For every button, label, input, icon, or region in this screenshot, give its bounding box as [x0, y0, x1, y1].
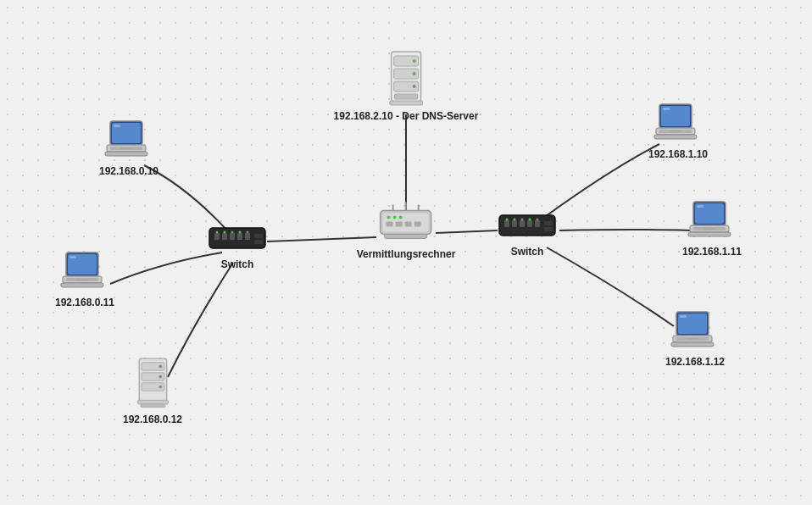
svg-rect-92 — [687, 338, 698, 340]
svg-rect-93 — [671, 342, 714, 347]
pc-0-12-label: 192.168.0.12 — [123, 413, 182, 425]
pc-0-11-label: 192.168.0.11 — [55, 297, 114, 308]
svg-rect-73 — [141, 404, 165, 408]
svg-rect-29 — [237, 233, 242, 240]
svg-rect-16 — [405, 222, 412, 227]
svg-point-33 — [231, 231, 234, 234]
svg-rect-30 — [245, 233, 250, 240]
svg-point-7 — [413, 59, 416, 63]
svg-rect-26 — [214, 233, 220, 240]
switch-right-icon — [498, 208, 557, 242]
svg-rect-37 — [254, 240, 263, 244]
pc-0-11-node: 192.168.0.11 — [55, 251, 114, 308]
svg-rect-43 — [535, 220, 540, 227]
router-node: Vermittlungsrechner — [357, 198, 456, 260]
router-label: Vermittlungsrechner — [357, 248, 456, 260]
svg-point-44 — [506, 219, 509, 221]
pc-0-11-icon — [59, 251, 110, 293]
svg-point-19 — [393, 216, 397, 219]
svg-point-46 — [521, 219, 524, 221]
svg-point-18 — [387, 216, 391, 219]
pc-1-10-icon — [653, 103, 704, 145]
svg-rect-56 — [105, 152, 147, 156]
switch-left-label: Switch — [221, 258, 254, 270]
svg-point-20 — [399, 216, 403, 219]
svg-rect-63 — [61, 283, 103, 287]
pc-0-12-icon — [129, 355, 175, 410]
switch-right-node: Switch — [498, 208, 557, 258]
svg-rect-10 — [395, 94, 418, 99]
switch-left-icon — [208, 221, 267, 255]
svg-rect-15 — [396, 222, 403, 227]
svg-rect-49 — [544, 221, 553, 225]
svg-point-71 — [159, 386, 162, 389]
svg-rect-57 — [114, 125, 120, 127]
dns-server-icon — [383, 47, 430, 107]
svg-point-34 — [239, 231, 242, 234]
svg-rect-24 — [385, 235, 427, 239]
svg-rect-86 — [688, 232, 731, 236]
pc-1-12-node: 192.168.1.12 — [665, 310, 725, 368]
dns-server-label: 192.168.2.10 - Der DNS-Server — [334, 110, 479, 122]
svg-rect-41 — [520, 220, 525, 227]
pc-0-10-icon — [103, 119, 154, 162]
svg-rect-17 — [414, 222, 421, 227]
pc-1-11-label: 192.168.1.11 — [682, 246, 742, 258]
pc-1-10-node: 192.168.1.10 — [648, 103, 708, 160]
svg-point-31 — [216, 231, 219, 234]
svg-point-70 — [159, 375, 162, 379]
svg-point-45 — [514, 219, 516, 221]
svg-point-35 — [247, 231, 249, 234]
switch-right-label: Switch — [511, 246, 544, 258]
switch-left-node: Switch — [208, 221, 267, 270]
pc-1-10-label: 192.168.1.10 — [648, 148, 708, 160]
svg-rect-40 — [512, 220, 517, 227]
svg-rect-55 — [120, 147, 132, 149]
svg-rect-72 — [137, 400, 168, 404]
svg-rect-78 — [670, 130, 681, 132]
svg-rect-94 — [680, 315, 687, 318]
pc-0-10-label: 192.168.0.10 — [99, 165, 159, 177]
svg-rect-11 — [390, 101, 423, 105]
svg-rect-79 — [654, 135, 697, 139]
svg-rect-14 — [387, 222, 393, 227]
dns-server-node: 192.168.2.10 - Der DNS-Server — [334, 47, 479, 122]
svg-point-48 — [537, 219, 539, 221]
router-icon — [376, 198, 436, 245]
svg-rect-50 — [544, 227, 553, 231]
svg-rect-36 — [254, 234, 263, 238]
svg-rect-62 — [76, 279, 88, 280]
svg-rect-85 — [704, 228, 715, 230]
svg-point-47 — [529, 219, 531, 221]
pc-0-10-node: 192.168.0.10 — [99, 119, 159, 177]
svg-rect-80 — [663, 108, 670, 110]
svg-rect-87 — [697, 205, 704, 208]
pc-1-12-label: 192.168.1.12 — [665, 356, 725, 368]
pc-1-11-icon — [687, 200, 737, 242]
svg-rect-42 — [527, 220, 532, 227]
svg-point-69 — [159, 365, 162, 369]
pc-1-12-icon — [670, 310, 720, 352]
svg-point-9 — [413, 85, 416, 88]
svg-rect-64 — [70, 256, 76, 258]
svg-rect-39 — [504, 220, 509, 227]
svg-rect-28 — [230, 233, 235, 240]
pc-0-12-node: 192.168.0.12 — [123, 355, 182, 425]
svg-rect-27 — [222, 233, 227, 240]
svg-point-8 — [413, 72, 416, 75]
pc-1-11-node: 192.168.1.11 — [682, 200, 742, 258]
svg-point-32 — [224, 231, 226, 234]
